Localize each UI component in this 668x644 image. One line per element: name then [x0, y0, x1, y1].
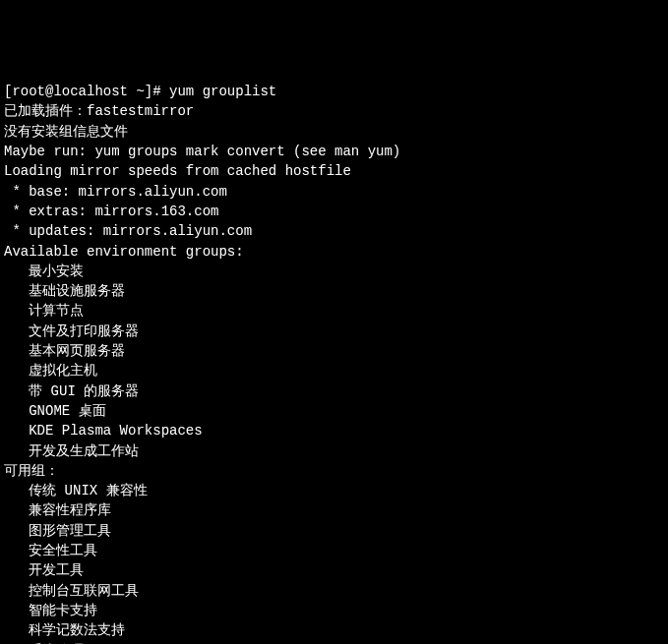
avail-item: 兼容性程序库	[4, 500, 664, 520]
env-item: GNOME 桌面	[4, 401, 664, 421]
env-item: 基本网页服务器	[4, 341, 664, 361]
env-item: KDE Plasma Workspaces	[4, 421, 664, 440]
avail-item: 安全性工具	[4, 541, 664, 560]
env-item: 最小安装	[4, 262, 664, 281]
avail-item: 智能卡支持	[4, 601, 664, 620]
avail-groups-header: 可用组：	[4, 461, 664, 481]
output-plugin: 已加载插件：fastestmirror	[4, 101, 664, 121]
command-text: yum grouplist	[169, 84, 276, 99]
avail-item: 系统管理	[4, 641, 664, 645]
env-item: 带 GUI 的服务器	[4, 381, 664, 401]
mirror-updates: * updates: mirrors.aliyun.com	[4, 221, 664, 241]
avail-item: 开发工具	[4, 560, 664, 580]
avail-item: 图形管理工具	[4, 521, 664, 541]
avail-item: 科学记数法支持	[4, 620, 664, 640]
output-maybe-run: Maybe run: yum groups mark convert (see …	[4, 142, 664, 161]
env-item: 计算节点	[4, 301, 664, 321]
env-item: 开发及生成工作站	[4, 441, 664, 461]
avail-item: 控制台互联网工具	[4, 581, 664, 601]
env-item: 文件及打印服务器	[4, 322, 664, 341]
mirror-base: * base: mirrors.aliyun.com	[4, 182, 664, 202]
output-loading: Loading mirror speeds from cached hostfi…	[4, 161, 664, 181]
env-item: 虚拟化主机	[4, 361, 664, 381]
shell-prompt: [root@localhost ~]#	[4, 84, 169, 99]
terminal-output: [root@localhost ~]# yum grouplist已加载插件：f…	[4, 82, 664, 644]
env-groups-header: Available environment groups:	[4, 242, 664, 262]
avail-item: 传统 UNIX 兼容性	[4, 481, 664, 500]
mirror-extras: * extras: mirrors.163.com	[4, 202, 664, 221]
env-item: 基础设施服务器	[4, 281, 664, 301]
output-no-info: 没有安装组信息文件	[4, 122, 664, 142]
prompt-line-1: [root@localhost ~]# yum grouplist	[4, 82, 664, 101]
